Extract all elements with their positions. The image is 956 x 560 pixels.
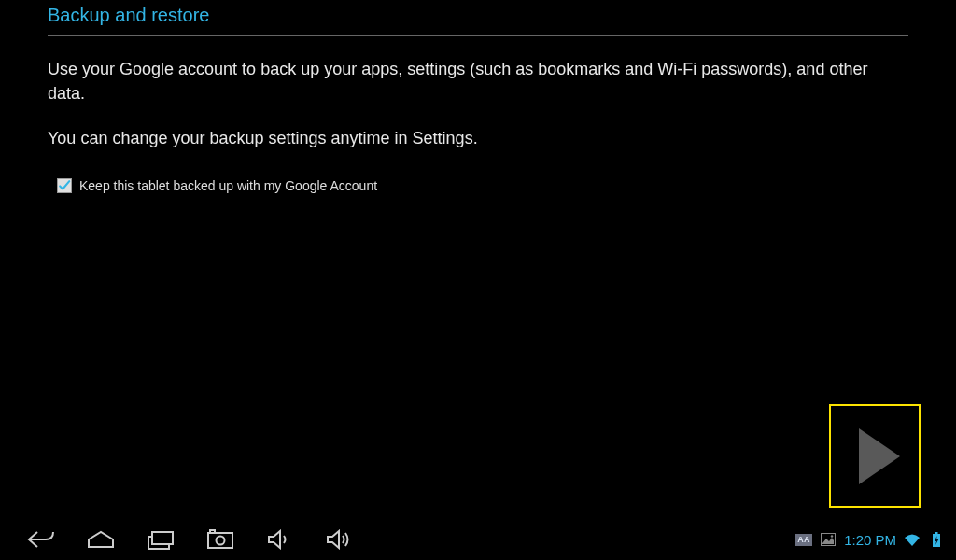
title-divider <box>48 35 908 36</box>
description-line-2: You can change your backup settings anyt… <box>48 126 908 150</box>
back-button[interactable] <box>26 528 56 551</box>
keyboard-notification-icon[interactable]: AA <box>795 534 812 546</box>
wifi-icon <box>904 531 921 548</box>
recent-apps-button[interactable] <box>146 528 176 551</box>
volume-up-icon <box>326 529 354 550</box>
status-clock[interactable]: 1:20 PM <box>844 532 896 548</box>
play-icon <box>859 428 900 484</box>
backup-checkbox-label: Keep this tablet backed up with my Googl… <box>79 178 377 193</box>
volume-up-button[interactable] <box>325 528 355 551</box>
home-button[interactable] <box>86 528 116 551</box>
backup-checkbox[interactable] <box>57 178 72 193</box>
image-notification-icon[interactable] <box>820 531 836 548</box>
back-icon <box>26 529 56 550</box>
volume-down-icon <box>267 529 293 550</box>
description-line-1: Use your Google account to back up your … <box>48 57 908 105</box>
camera-icon <box>206 529 234 550</box>
screenshot-button[interactable] <box>205 528 235 551</box>
system-navbar: AA 1:20 PM <box>0 519 956 560</box>
checkmark-icon <box>58 178 71 193</box>
volume-down-button[interactable] <box>265 528 295 551</box>
svg-rect-2 <box>208 533 232 548</box>
svg-point-6 <box>831 535 833 537</box>
next-button[interactable] <box>829 404 921 508</box>
page-title: Backup and restore <box>48 5 908 35</box>
svg-rect-1 <box>152 532 173 544</box>
svg-rect-8 <box>935 532 938 534</box>
recent-apps-icon <box>148 529 174 550</box>
battery-charging-icon <box>928 531 945 548</box>
svg-rect-3 <box>210 530 215 533</box>
home-icon <box>87 530 115 549</box>
svg-point-4 <box>217 537 225 545</box>
backup-checkbox-row[interactable]: Keep this tablet backed up with my Googl… <box>57 178 908 193</box>
